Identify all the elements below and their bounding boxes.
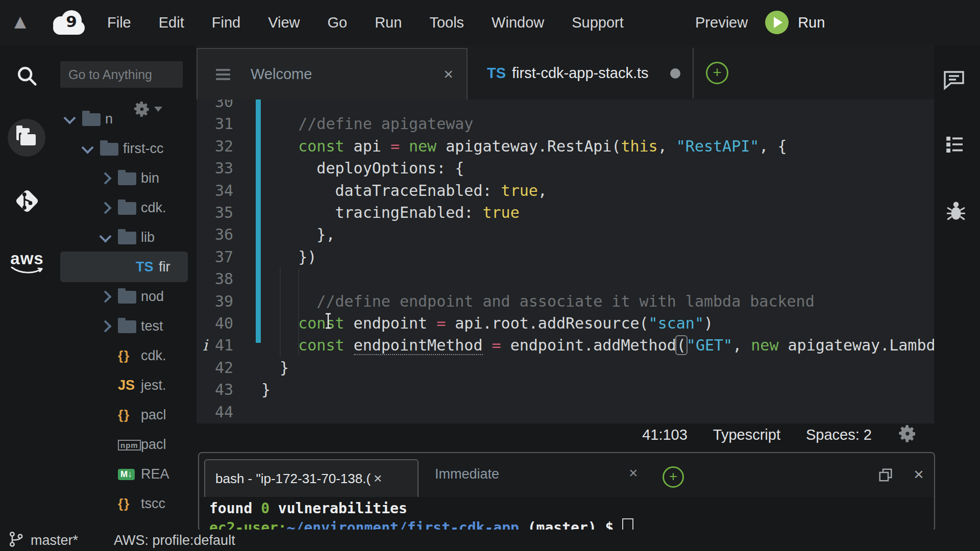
run-button[interactable]: Run [765, 11, 825, 34]
collaborate-icon[interactable] [942, 69, 966, 93]
code-line-31[interactable]: //define apigateway [261, 113, 473, 135]
code-line-37[interactable]: }) [261, 246, 316, 268]
folder-icon [82, 113, 101, 126]
tree-row-fir[interactable]: TSfir [51, 252, 198, 282]
debugger-bug-icon[interactable] [945, 199, 967, 224]
code-line-39[interactable]: //define endpoint and associate it with … [261, 290, 815, 312]
info-annotation-icon[interactable]: i [203, 334, 208, 356]
menu-item-tools[interactable]: Tools [429, 14, 464, 31]
tree-row-n[interactable]: n [51, 104, 198, 134]
close-icon[interactable]: × [629, 464, 638, 482]
gutter-line-number[interactable]: 37 [197, 246, 233, 268]
tree-row-label: nod [141, 289, 164, 305]
menu-item-view[interactable]: View [268, 14, 300, 31]
tree-row-test[interactable]: test [51, 311, 198, 341]
tree-row-bin[interactable]: bin [51, 163, 198, 193]
terminal-output[interactable]: found 0 vulnerabilitiesec2-user:~/enviro… [200, 497, 933, 531]
outline-icon[interactable] [944, 134, 966, 157]
close-icon[interactable]: × [374, 470, 382, 487]
gutter-line-number[interactable]: 36 [197, 223, 233, 245]
gutter-line-number[interactable]: 44 [197, 401, 233, 423]
code-line-35[interactable]: tracingEnabled: true [261, 202, 520, 223]
chevron-right-icon[interactable] [99, 172, 111, 184]
gear-icon [897, 423, 918, 444]
gutter-line-number[interactable]: 33 [197, 157, 233, 179]
tab-immediate[interactable]: Immediate [435, 466, 499, 482]
menu-item-edit[interactable]: Edit [159, 14, 184, 31]
close-panel-icon[interactable]: × [914, 464, 924, 484]
gutter-line-number[interactable]: 39 [197, 290, 233, 312]
code-line-43[interactable]: } [261, 379, 271, 400]
gutter-line-number[interactable]: 30 [197, 99, 233, 113]
preview-button[interactable]: Preview [695, 14, 748, 31]
gutter-line-number[interactable]: 40 [197, 312, 233, 334]
code-token: api [345, 137, 390, 155]
tree-row-first-cc[interactable]: first-cc [51, 133, 198, 164]
gutter-line-number[interactable]: 43 [197, 379, 233, 400]
json-file-icon: {} [118, 407, 130, 423]
tab-welcome[interactable]: Welcome × [197, 48, 468, 101]
tree-row-tscc[interactable]: {}tscc [51, 488, 198, 519]
git-branch-label[interactable]: master* [31, 533, 78, 548]
gutter-line-number[interactable]: 32 [197, 135, 233, 157]
new-terminal-button[interactable]: + [663, 466, 684, 488]
gutter-line-number[interactable]: 31 [197, 113, 233, 135]
gutter-line-number[interactable]: 41 [197, 334, 233, 356]
tree-row-partial[interactable] [51, 518, 198, 530]
editor-statusbar: 41:103 Typescript Spaces: 2 [197, 420, 934, 449]
gutter-line-number[interactable]: 34 [197, 180, 233, 202]
menu-item-find[interactable]: Find [212, 14, 240, 31]
spaces-setting[interactable]: Spaces: 2 [806, 427, 872, 443]
gutter-line-number[interactable]: 35 [197, 202, 233, 223]
gutter-line-number[interactable]: 42 [197, 357, 233, 379]
language-mode[interactable]: Typescript [713, 427, 780, 443]
tab-first-cdk-app-stack[interactable]: TS first-cdk-app-stack.ts [467, 48, 694, 98]
aws-panel-button[interactable]: aws [10, 251, 44, 277]
code-line-42[interactable]: } [261, 357, 289, 379]
code-line-34[interactable]: dataTraceEnabled: true, [261, 180, 547, 202]
chevron-right-icon[interactable] [99, 202, 111, 214]
menu-item-window[interactable]: Window [492, 14, 544, 31]
gutter-line-number[interactable]: 38 [197, 268, 233, 290]
chevron-down-icon[interactable] [99, 230, 111, 242]
chevron-down-icon[interactable] [63, 112, 76, 124]
tab-bash[interactable]: bash - "ip-172-31-70-138.( × [204, 459, 419, 497]
code-line-36[interactable]: }, [261, 223, 335, 245]
menu-item-run[interactable]: Run [375, 14, 402, 31]
run-play-icon [765, 11, 789, 34]
tree-row-lib[interactable]: lib [51, 222, 198, 253]
tree-row-pacl[interactable]: npmpacl [51, 429, 198, 460]
cloud9-logo[interactable]: 9 [53, 10, 86, 35]
menu-item-support[interactable]: Support [572, 14, 624, 31]
tree-row-jest.[interactable]: JSjest. [51, 370, 198, 400]
code-line-41[interactable]: const endpointMethod = endpoint.addMetho… [261, 334, 934, 356]
editor-settings-button[interactable] [897, 423, 918, 446]
chevron-right-icon[interactable] [99, 290, 111, 303]
chevron-down-icon[interactable] [81, 141, 93, 154]
restore-panel-icon[interactable] [878, 467, 893, 485]
chevron-right-icon[interactable] [99, 320, 111, 332]
cursor-position[interactable]: 41:103 [642, 427, 688, 443]
tree-row-cdk.[interactable]: cdk. [51, 192, 198, 223]
terminal-line: ec2-user:~/environment/first-cdk-app (ma… [209, 518, 633, 531]
search-icon[interactable] [15, 64, 39, 90]
tree-row-nod[interactable]: nod [51, 281, 198, 312]
new-tab-button[interactable]: + [706, 62, 728, 84]
tree-row-label: pacl [141, 407, 166, 423]
close-icon[interactable]: × [444, 65, 453, 84]
code-line-32[interactable]: const api = new apigateway.RestApi(this,… [261, 135, 787, 157]
menu-item-go[interactable]: Go [327, 14, 347, 31]
git-panel-button[interactable] [11, 185, 43, 219]
files-panel-button[interactable] [8, 119, 45, 157]
collapse-menubar-icon[interactable]: ▲ [14, 12, 26, 30]
code-line-33[interactable]: deployOptions: { [261, 157, 464, 179]
code-editor[interactable]: 3031 //define apigateway32 const api = n… [197, 99, 934, 423]
tree-row-cdk.[interactable]: {}cdk. [51, 340, 198, 371]
tree-row-REA[interactable]: M↓REA [51, 459, 198, 489]
code-token: = [390, 137, 400, 155]
aws-profile-label[interactable]: AWS: profile:default [114, 533, 235, 548]
code-token: , [658, 137, 676, 155]
tree-row-pacl[interactable]: {}pacl [51, 399, 198, 430]
tab-list-icon[interactable] [216, 66, 230, 83]
menu-item-file[interactable]: File [107, 14, 131, 31]
